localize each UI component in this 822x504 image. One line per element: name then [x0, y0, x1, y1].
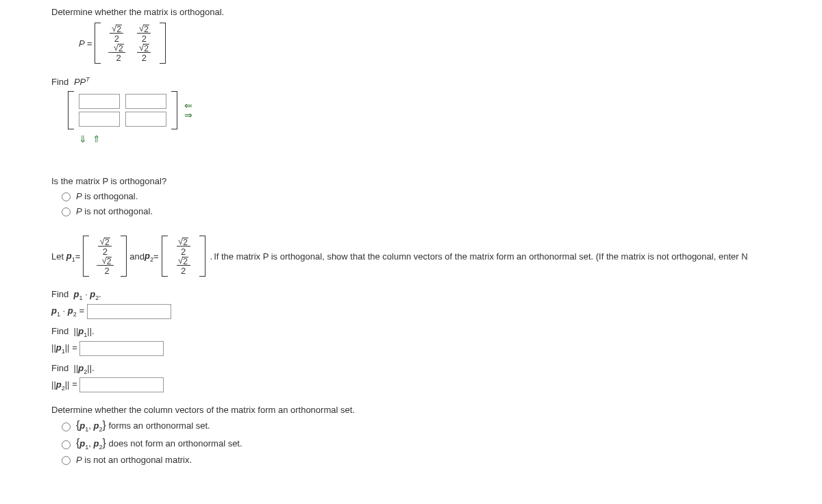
- orthonormal-radio-group: {p1, p2} forms an orthonormal set. {p1, …: [58, 419, 822, 465]
- orthonormal-set-question: Determine whether the column vectors of …: [51, 405, 822, 415]
- dot-product-input-line: p1 · p2 =: [51, 304, 822, 319]
- remove-col-icon[interactable]: ⇐: [184, 101, 192, 110]
- find-norm-p1: Find ||p1||.: [51, 326, 822, 338]
- orthogonal-radio-group: P is orthogonal. P is not orthogonal.: [58, 190, 822, 216]
- remove-row-icon[interactable]: ⇑: [92, 134, 102, 144]
- radio-forms-orthonormal[interactable]: [62, 423, 71, 431]
- matrix-row-arrows[interactable]: ⇓ ⇑: [79, 134, 822, 144]
- radio-forms-orthonormal-label: forms an orthonormal set.: [108, 420, 210, 431]
- find-dot-product: Find p1 · p2.: [51, 289, 822, 301]
- find-ppt-label: Find PPT: [51, 76, 822, 87]
- add-col-icon[interactable]: ⇒: [184, 110, 192, 120]
- add-row-icon[interactable]: ⇓: [79, 134, 88, 144]
- radio-not-orthonormal-label: does not form an orthonormal set.: [108, 438, 242, 449]
- matrix-p-definition: P = 22 22 − 22 22: [79, 23, 822, 64]
- ppt-input-matrix: ⇐ ⇒: [65, 91, 822, 129]
- column-vectors-definition: Let p1 = 22 −22 and p2 = 22 22 . If the …: [51, 236, 822, 277]
- orthonormal-instruction: If the matrix P is orthogonal, show that…: [214, 251, 747, 262]
- matrix-p: 22 22 − 22 22: [95, 23, 166, 64]
- find-norm-p2: Find ||p2||.: [51, 363, 822, 375]
- radio-p-orthogonal-label: is orthogonal.: [84, 191, 138, 201]
- radio-not-orthonormal[interactable]: [62, 440, 71, 449]
- norm-p1-input[interactable]: [79, 341, 164, 356]
- p-equals-lhs: P =: [79, 38, 92, 49]
- radio-p-not-orthogonal-matrix[interactable]: [62, 456, 71, 465]
- norm-p1-input-line: ||p1|| =: [51, 341, 822, 356]
- radio-p-orthogonal[interactable]: [62, 192, 71, 201]
- norm-p2-input-line: ||p2|| =: [51, 377, 822, 392]
- ppt-cell-21[interactable]: [79, 112, 120, 127]
- orthogonal-question: Is the matrix P is orthogonal?: [51, 176, 822, 186]
- radio-p-not-orthogonal[interactable]: [62, 207, 71, 216]
- ppt-cell-22[interactable]: [125, 112, 166, 127]
- matrix-col-arrows[interactable]: ⇐ ⇒: [184, 101, 192, 120]
- ppt-cell-11[interactable]: [79, 94, 120, 109]
- radio-p-not-orthogonal-label: is not orthogonal.: [84, 206, 153, 216]
- question-prompt: Determine whether the matrix is orthogon…: [51, 7, 822, 17]
- ppt-cell-12[interactable]: [125, 94, 166, 109]
- norm-p2-input[interactable]: [79, 377, 164, 392]
- dot-product-input[interactable]: [87, 304, 171, 319]
- radio-p-not-orthogonal-matrix-label: is not an orthogonal matrix.: [84, 455, 192, 465]
